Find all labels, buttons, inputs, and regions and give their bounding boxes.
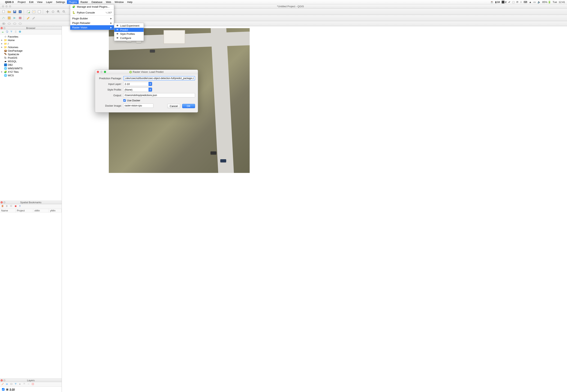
zoom-in-icon[interactable]: + <box>56 9 61 14</box>
toggle-editing-icon[interactable] <box>26 15 31 21</box>
browser-item[interactable]: ☆Favorites <box>0 35 62 38</box>
layer-item[interactable]: ▦ 2-10 <box>1 388 61 391</box>
pan-icon[interactable] <box>45 9 50 14</box>
submenu-plugin-builder[interactable]: Plugin Builder ▶ <box>70 16 114 21</box>
style-manager-icon[interactable] <box>37 9 42 14</box>
browser-item[interactable]: ▰MSSQL <box>0 59 62 63</box>
layout-manager-icon[interactable] <box>31 9 36 14</box>
status-display-icon[interactable]: ▭ <box>533 0 536 3</box>
output-input[interactable] <box>123 93 195 98</box>
open-project-icon[interactable] <box>7 9 12 14</box>
preview-icon[interactable] <box>1 21 6 26</box>
add-layer-icon[interactable] <box>1 30 4 34</box>
status-time[interactable]: 12:41 <box>559 0 565 3</box>
java-icon[interactable]: ☕ <box>490 0 494 3</box>
cancel-button[interactable]: Cancel <box>167 104 180 108</box>
menu-python-console[interactable]: 🐍 Python Console ⌥⌘P <box>70 10 114 15</box>
new-layout-icon[interactable] <box>26 9 31 14</box>
status-clock-icon[interactable]: ⟳ <box>516 0 518 3</box>
collapse-icon[interactable] <box>14 30 17 34</box>
refresh-icon[interactable] <box>5 30 9 34</box>
layer-visibility-icon[interactable] <box>10 382 13 386</box>
window-zoom-icon[interactable] <box>9 5 11 7</box>
add-vector-icon[interactable] <box>1 15 6 21</box>
pan-to-selection-icon[interactable] <box>50 9 56 14</box>
menu-layer[interactable]: Layer <box>44 0 54 4</box>
new-shapefile-icon[interactable] <box>12 15 17 21</box>
status-volume-icon[interactable]: 🔈 <box>538 0 540 3</box>
status-dropbox-icon[interactable]: ⬚ <box>512 0 515 3</box>
delete-bookmark-icon[interactable] <box>5 205 9 208</box>
menu-view[interactable]: View <box>35 0 44 4</box>
rv-predict[interactable]: 👁 Predict <box>114 28 144 32</box>
browser-item[interactable]: 🌐WCS <box>0 73 62 77</box>
col-xmin[interactable]: xMin <box>33 209 49 212</box>
export-bookmark-icon[interactable] <box>18 205 22 208</box>
filter-icon[interactable] <box>10 30 13 34</box>
new-geopackage-icon[interactable] <box>18 15 23 21</box>
menu-manage-plugins[interactable]: 🧩 Manage and Install Plugins... <box>70 4 114 9</box>
browser-item[interactable]: 🪶SpatiaLite <box>0 52 62 56</box>
browser-item[interactable]: 🌐WMS/WMTS <box>0 67 62 70</box>
preview-icon-4[interactable] <box>18 21 23 26</box>
window-minimize-icon[interactable] <box>5 5 8 7</box>
preview-icon-3[interactable] <box>12 21 17 26</box>
properties-icon[interactable]: i <box>18 30 22 34</box>
layer-add-group-icon[interactable] <box>5 382 9 386</box>
rv-configure[interactable]: 👁 Configure <box>114 36 144 40</box>
zoom-bookmark-icon[interactable] <box>10 205 13 208</box>
save-project-icon[interactable] <box>12 9 17 14</box>
layer-visibility-checkbox[interactable] <box>2 388 4 391</box>
browser-item[interactable]: ▶📁/ <box>0 42 62 45</box>
layer-expression-icon[interactable]: ε <box>18 382 22 386</box>
browser-item[interactable]: 🐘PostGIS <box>0 56 62 59</box>
style-profile-select[interactable]: (None) <box>123 87 152 92</box>
col-ymin[interactable]: yMin <box>49 209 62 212</box>
browser-item[interactable]: ▶📁/Volumes <box>0 45 62 49</box>
browser-item[interactable]: ▶📁Home <box>0 38 62 42</box>
layer-filter-icon[interactable] <box>14 382 17 386</box>
col-name[interactable]: Name <box>0 209 16 212</box>
menu-project[interactable]: Project <box>16 0 27 4</box>
menu-web[interactable]: Web <box>104 0 113 4</box>
layer-style-icon[interactable] <box>1 382 4 386</box>
save-as-icon[interactable]: + <box>18 9 23 14</box>
app-name[interactable]: QGIS 3 <box>3 0 15 4</box>
submenu-raster-vision[interactable]: Raster Vision ▶ <box>70 25 114 30</box>
use-docker-checkbox[interactable] <box>123 99 126 102</box>
save-edits-icon[interactable] <box>31 15 36 21</box>
browser-item[interactable]: ▶🧩XYZ Tiles <box>0 70 62 73</box>
prediction-package-input[interactable] <box>123 76 195 80</box>
browser-item[interactable]: 🟦DB2 <box>0 63 62 67</box>
menu-help[interactable]: Help <box>125 0 134 4</box>
layer-expand-icon[interactable] <box>23 382 26 386</box>
input-layer-select[interactable]: 2-10 <box>123 82 152 86</box>
import-bookmark-icon[interactable] <box>14 205 17 208</box>
rv-style-profiles[interactable]: 👁 Style Profiles <box>114 32 144 36</box>
new-project-icon[interactable] <box>1 9 6 14</box>
status-wifi-icon[interactable]: ▲ <box>529 0 532 3</box>
badge-2[interactable]: ⬛ 2 <box>501 0 506 3</box>
status-day[interactable]: Tue <box>553 0 557 3</box>
zoom-out-icon[interactable]: − <box>61 9 67 14</box>
badge-1[interactable]: ▮ 18 <box>495 0 500 3</box>
col-project[interactable]: Project <box>16 209 33 212</box>
status-bluetooth-icon[interactable]: ᚼ <box>520 0 522 3</box>
menu-settings[interactable]: Settings <box>54 0 67 4</box>
ok-button[interactable]: OK <box>182 104 195 108</box>
add-bookmark-icon[interactable] <box>1 205 4 208</box>
dialog-titlebar[interactable]: QRaster Vision: Load Predict <box>95 70 198 74</box>
menu-raster[interactable]: Raster <box>79 0 90 4</box>
menu-window[interactable]: Window <box>113 0 125 4</box>
layer-collapse-icon[interactable] <box>27 382 30 386</box>
bookmarks-body[interactable] <box>0 212 62 379</box>
menu-plugins[interactable]: Plugins <box>67 0 79 4</box>
status-check-icon[interactable]: ✔ <box>508 0 510 3</box>
menu-database[interactable]: Database <box>90 0 104 4</box>
window-close-icon[interactable] <box>2 5 4 7</box>
browser-item[interactable]: 📦GeoPackage <box>0 49 62 52</box>
status-keyboard-icon[interactable]: ⌨ <box>524 0 527 3</box>
browser-tree[interactable]: ☆Favorites▶📁Home▶📁/▶📁/Volumes📦GeoPackage… <box>0 34 62 201</box>
status-battery[interactable]: 85% 🔋 <box>542 0 551 3</box>
docker-image-input[interactable] <box>123 103 153 108</box>
